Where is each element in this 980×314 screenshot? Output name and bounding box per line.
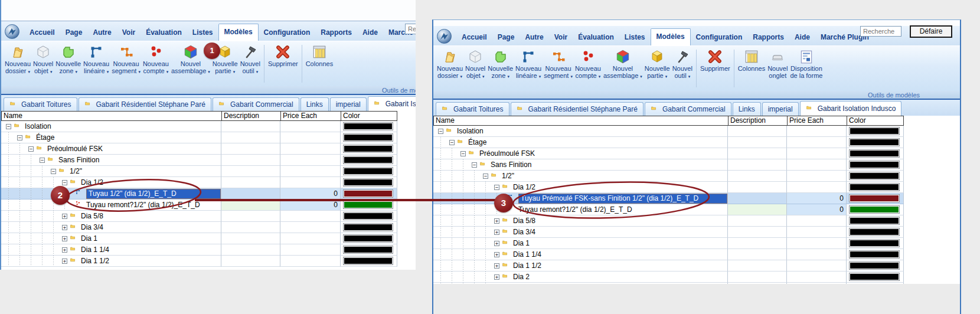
table-row[interactable]: −1/2" [433, 171, 960, 182]
color-cell[interactable] [847, 204, 904, 215]
description-cell[interactable] [728, 182, 787, 193]
color-cell[interactable] [847, 238, 904, 249]
description-cell[interactable] [728, 215, 787, 227]
color-cell[interactable] [847, 227, 904, 238]
collapse-toggle-icon[interactable]: − [40, 158, 45, 163]
description-cell[interactable] [221, 177, 280, 188]
description-cell[interactable] [221, 244, 280, 256]
menu-item-configuration[interactable]: Configuration [259, 25, 316, 41]
description-cell[interactable] [221, 188, 280, 199]
collapse-toggle-icon[interactable]: − [472, 162, 477, 168]
menu-item-accueil[interactable]: Accueil [24, 25, 60, 41]
price-each-cell[interactable]: 0 [787, 204, 847, 215]
tab-links[interactable]: Links [300, 97, 329, 111]
table-row[interactable]: −Isolation [1, 121, 416, 132]
column-header-description[interactable]: Description [728, 116, 787, 126]
table-row[interactable]: +Dia 1 1/4 [1, 244, 416, 256]
nouveau-compte-button[interactable]: Nouveaucompte ▾ [574, 47, 602, 90]
table-row[interactable]: +Dia 1 1/2 [433, 260, 960, 272]
color-cell[interactable] [341, 222, 397, 233]
description-cell[interactable] [728, 249, 787, 260]
app-logo-icon[interactable] [5, 24, 19, 39]
description-cell[interactable] [728, 238, 787, 249]
price-each-cell[interactable] [787, 283, 847, 284]
expand-toggle-icon[interactable]: + [494, 252, 499, 257]
expand-toggle-icon[interactable]: + [62, 225, 67, 230]
table-row[interactable]: −1/2" [1, 166, 416, 177]
price-each-cell[interactable] [280, 155, 341, 166]
price-each-cell[interactable]: 0 [787, 193, 847, 204]
table-row[interactable]: −Préoulmoulé FSK [1, 143, 416, 155]
collapse-toggle-icon[interactable]: − [51, 169, 56, 174]
search-input[interactable] [405, 24, 416, 34]
color-cell[interactable] [847, 272, 904, 283]
color-cell[interactable] [847, 182, 904, 193]
menu-item-aide[interactable]: Aide [357, 25, 383, 41]
description-cell[interactable] [221, 233, 280, 244]
description-cell[interactable] [728, 272, 787, 283]
menu-item-listes[interactable]: Listes [619, 30, 651, 45]
table-row[interactable]: −Dia 1/2 [433, 182, 960, 193]
collapse-toggle-icon[interactable]: − [460, 151, 466, 156]
collapse-toggle-icon[interactable]: − [6, 124, 11, 129]
tab-links[interactable]: Links [733, 102, 761, 116]
price-each-cell[interactable] [787, 171, 847, 182]
description-cell[interactable] [221, 143, 280, 155]
collapse-toggle-icon[interactable]: − [438, 129, 443, 134]
column-header-name[interactable]: Name [433, 116, 728, 126]
table-row[interactable]: −Préoulmoulé FSK [433, 148, 960, 159]
price-each-cell[interactable] [280, 166, 341, 177]
price-each-cell[interactable] [787, 159, 847, 171]
menu-item-accueil[interactable]: Accueil [456, 30, 492, 45]
menu-item-rapports[interactable]: Rapports [747, 30, 789, 45]
price-each-cell[interactable] [787, 272, 847, 283]
menu-item-listes[interactable]: Listes [187, 25, 218, 41]
color-cell[interactable] [847, 126, 904, 137]
nouvel-objet-button[interactable]: Nouvelobjet ▾ [32, 42, 54, 85]
collapse-toggle-icon[interactable]: − [494, 185, 499, 190]
price-each-cell[interactable] [280, 121, 341, 132]
description-cell[interactable] [728, 283, 787, 284]
description-cell[interactable] [728, 193, 787, 204]
search-input[interactable] [860, 26, 901, 37]
column-header-color[interactable]: Color [341, 111, 397, 121]
price-each-cell[interactable] [280, 132, 341, 143]
collapse-toggle-icon[interactable]: − [17, 135, 22, 140]
collapse-toggle-icon[interactable]: − [449, 140, 455, 145]
nouvel-onglet-button[interactable]: Nouvelonglet [766, 47, 789, 90]
description-cell[interactable] [221, 256, 280, 267]
expand-toggle-icon[interactable]: + [62, 259, 67, 264]
color-cell[interactable] [341, 143, 397, 155]
table-row[interactable]: + [433, 283, 960, 284]
description-cell[interactable] [221, 166, 280, 177]
color-cell[interactable] [847, 193, 904, 204]
menu-item-page[interactable]: Page [60, 25, 88, 41]
expand-toggle-icon[interactable]: + [494, 230, 499, 235]
description-cell[interactable] [221, 211, 280, 222]
collapse-toggle-icon[interactable]: − [483, 174, 488, 179]
table-row[interactable]: +Dia 5/8 [1, 211, 416, 222]
price-each-cell[interactable] [787, 260, 847, 272]
table-row[interactable]: −Étage [433, 137, 960, 148]
color-cell[interactable] [847, 148, 904, 159]
price-each-cell[interactable] [787, 137, 847, 148]
nouvel-outil-button[interactable]: Nouveloutil ▾ [239, 42, 262, 85]
price-each-cell[interactable] [280, 256, 341, 267]
table-row[interactable]: +Dia 1 1/4 [433, 249, 960, 260]
collapse-toggle-icon[interactable]: − [28, 146, 34, 152]
color-cell[interactable] [341, 244, 397, 256]
price-each-cell[interactable] [280, 222, 341, 233]
supprimer-button[interactable]: Supprimer [699, 47, 731, 90]
color-cell[interactable] [341, 211, 397, 222]
description-cell[interactable] [728, 171, 787, 182]
menu-item-rapports[interactable]: Rapports [315, 25, 357, 41]
description-cell[interactable] [728, 159, 787, 171]
disposition-de-la-forme-button[interactable]: Dispositionde la forme [789, 47, 824, 90]
table-row[interactable]: −Sans Finition [433, 159, 960, 171]
menu-item-configuration[interactable]: Configuration [691, 30, 748, 45]
description-cell[interactable] [221, 155, 280, 166]
nouvel-assemblage-button[interactable]: Nouvelassemblage ▾ [602, 47, 643, 90]
nouveau-lin-aire-button[interactable]: Nouveaulinéaire ▾ [82, 42, 110, 85]
color-cell[interactable] [341, 121, 397, 132]
nouvelle-zone-button[interactable]: Nouvellezone ▾ [54, 42, 82, 85]
